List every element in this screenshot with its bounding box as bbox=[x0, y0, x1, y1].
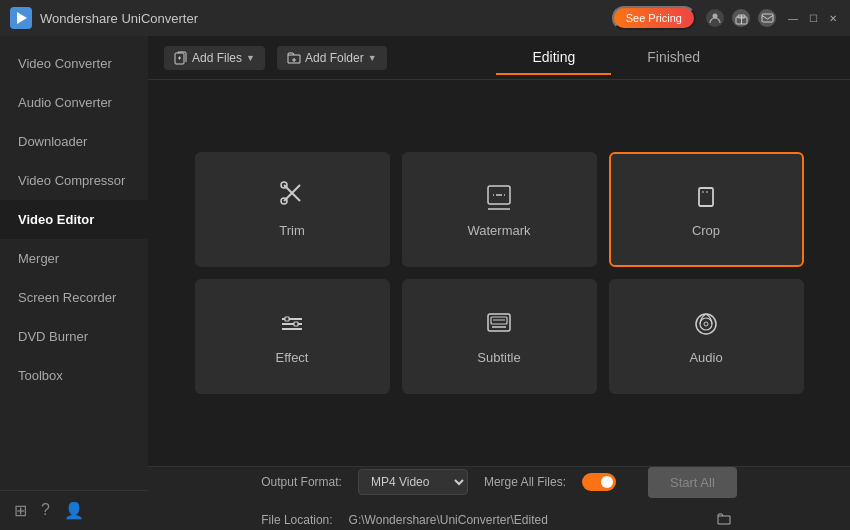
close-button[interactable]: ✕ bbox=[826, 11, 840, 25]
trim-icon bbox=[276, 181, 308, 213]
message-icon[interactable] bbox=[758, 9, 776, 27]
add-files-icon bbox=[174, 51, 188, 65]
main-layout: Video Converter Audio Converter Download… bbox=[0, 36, 850, 530]
app-logo bbox=[10, 7, 32, 29]
svg-point-31 bbox=[704, 322, 708, 326]
output-format-label: Output Format: bbox=[261, 475, 342, 489]
sidebar-item-screen-recorder[interactable]: Screen Recorder bbox=[0, 278, 148, 317]
gift-icon[interactable] bbox=[732, 9, 750, 27]
svg-point-30 bbox=[700, 318, 712, 330]
subtitle-icon bbox=[483, 308, 515, 340]
start-all-button[interactable]: Start All bbox=[648, 467, 737, 498]
effect-card[interactable]: Effect bbox=[195, 279, 390, 394]
crop-card[interactable]: Crop bbox=[609, 152, 804, 267]
minimize-button[interactable]: — bbox=[786, 11, 800, 25]
trim-card[interactable]: Trim bbox=[195, 152, 390, 267]
trim-label: Trim bbox=[279, 223, 305, 238]
tabs: Editing Finished bbox=[399, 41, 834, 75]
merge-all-toggle[interactable] bbox=[582, 473, 616, 491]
window-controls: — ☐ ✕ bbox=[786, 11, 840, 25]
effect-label: Effect bbox=[275, 350, 308, 365]
bottom-bar: Output Format: MP4 Video AVI Video MOV V… bbox=[148, 466, 850, 530]
app-title: Wondershare UniConverter bbox=[40, 11, 612, 26]
crop-icon bbox=[690, 181, 722, 213]
sidebar-bottom-icons: ⊞ ? 👤 bbox=[0, 490, 148, 530]
sidebar-item-merger[interactable]: Merger bbox=[0, 239, 148, 278]
merge-all-label: Merge All Files: bbox=[484, 475, 566, 489]
grid-area: Trim Watermark bbox=[148, 80, 850, 466]
browse-folder-button[interactable] bbox=[711, 510, 737, 531]
crop-label: Crop bbox=[692, 223, 720, 238]
svg-rect-6 bbox=[762, 14, 773, 22]
file-location-label: File Location: bbox=[261, 513, 332, 527]
file-location-path: G:\Wondershare\UniConverter\Edited bbox=[349, 513, 695, 527]
sidebar-item-video-converter[interactable]: Video Converter bbox=[0, 44, 148, 83]
effect-icon bbox=[276, 308, 308, 340]
sidebar-item-toolbox[interactable]: Toolbox bbox=[0, 356, 148, 395]
person-add-icon[interactable]: 👤 bbox=[64, 501, 84, 520]
svg-rect-18 bbox=[699, 188, 713, 206]
sidebar-item-video-editor[interactable]: Video Editor bbox=[0, 200, 148, 239]
svg-point-29 bbox=[696, 314, 716, 334]
watermark-card[interactable]: Watermark bbox=[402, 152, 597, 267]
add-folder-chevron: ▼ bbox=[368, 53, 377, 63]
tab-finished[interactable]: Finished bbox=[611, 41, 736, 75]
layout-icon[interactable]: ⊞ bbox=[14, 501, 27, 520]
bottom-content: Output Format: MP4 Video AVI Video MOV V… bbox=[261, 467, 737, 531]
help-icon[interactable]: ? bbox=[41, 501, 50, 520]
audio-label: Audio bbox=[689, 350, 722, 365]
titlebar: Wondershare UniConverter See Pricing — ☐… bbox=[0, 0, 850, 36]
sidebar-item-video-compressor[interactable]: Video Compressor bbox=[0, 161, 148, 200]
titlebar-icons bbox=[706, 9, 776, 27]
subtitle-card[interactable]: Subtitle bbox=[402, 279, 597, 394]
editor-grid: Trim Watermark bbox=[195, 152, 804, 394]
bottom-row-format: Output Format: MP4 Video AVI Video MOV V… bbox=[261, 467, 737, 498]
sidebar-item-downloader[interactable]: Downloader bbox=[0, 122, 148, 161]
content-area: Add Files ▼ Add Folder ▼ Editing bbox=[148, 36, 850, 530]
sidebar-item-audio-converter[interactable]: Audio Converter bbox=[0, 83, 148, 122]
watermark-label: Watermark bbox=[467, 223, 530, 238]
bottom-row-location: File Location: G:\Wondershare\UniConvert… bbox=[261, 510, 737, 531]
toolbar: Add Files ▼ Add Folder ▼ Editing bbox=[148, 36, 850, 80]
audio-card[interactable]: Audio bbox=[609, 279, 804, 394]
sidebar: Video Converter Audio Converter Download… bbox=[0, 36, 148, 530]
add-folder-icon bbox=[287, 51, 301, 65]
output-format-select[interactable]: MP4 Video AVI Video MOV Video MKV Video bbox=[358, 469, 468, 495]
folder-icon bbox=[717, 512, 731, 526]
audio-icon bbox=[690, 308, 722, 340]
tab-editing[interactable]: Editing bbox=[496, 41, 611, 75]
sidebar-item-dvd-burner[interactable]: DVD Burner bbox=[0, 317, 148, 356]
svg-rect-23 bbox=[285, 317, 289, 321]
add-folder-button[interactable]: Add Folder ▼ bbox=[277, 46, 387, 70]
add-files-chevron: ▼ bbox=[246, 53, 255, 63]
add-files-button[interactable]: Add Files ▼ bbox=[164, 46, 265, 70]
user-avatar-icon[interactable] bbox=[706, 9, 724, 27]
see-pricing-button[interactable]: See Pricing bbox=[612, 6, 696, 30]
maximize-button[interactable]: ☐ bbox=[806, 11, 820, 25]
svg-rect-24 bbox=[294, 322, 298, 326]
watermark-icon bbox=[483, 181, 515, 213]
subtitle-label: Subtitle bbox=[477, 350, 520, 365]
